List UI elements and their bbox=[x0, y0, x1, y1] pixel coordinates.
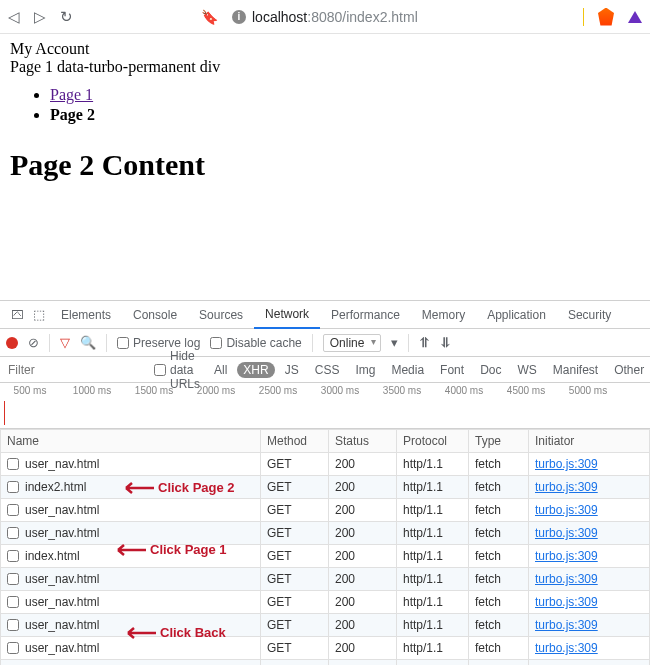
row-checkbox[interactable] bbox=[7, 550, 19, 562]
initiator-link[interactable]: turbo.js:309 bbox=[535, 526, 598, 540]
tab-sources[interactable]: Sources bbox=[188, 301, 254, 329]
initiator-link[interactable]: turbo.js:309 bbox=[535, 595, 598, 609]
cell-protocol: http/1.1 bbox=[397, 545, 469, 568]
filter-type-font[interactable]: Font bbox=[434, 362, 470, 378]
inspect-icon[interactable]: ⮹ bbox=[6, 307, 28, 322]
device-mode-icon[interactable]: ⬚ bbox=[28, 307, 50, 322]
column-initiator[interactable]: Initiator bbox=[529, 430, 650, 453]
cell-method: GET bbox=[261, 499, 329, 522]
throttling-arrow-icon[interactable]: ▾ bbox=[391, 335, 398, 350]
cell-protocol: http/1.1 bbox=[397, 637, 469, 660]
extension-icon[interactable] bbox=[628, 11, 642, 23]
tab-console[interactable]: Console bbox=[122, 301, 188, 329]
filter-type-all[interactable]: All bbox=[208, 362, 233, 378]
table-row[interactable]: user_nav.htmlGET200http/1.1fetchturbo.js… bbox=[1, 568, 650, 591]
cell-status: 200 bbox=[329, 499, 397, 522]
request-name: user_nav.html bbox=[25, 618, 99, 632]
disable-cache-checkbox[interactable]: Disable cache bbox=[210, 336, 301, 350]
divider bbox=[408, 334, 409, 352]
cell-status: 200 bbox=[329, 568, 397, 591]
initiator-link[interactable]: turbo.js:309 bbox=[535, 641, 598, 655]
filter-type-xhr[interactable]: XHR bbox=[237, 362, 274, 378]
filter-type-media[interactable]: Media bbox=[385, 362, 430, 378]
table-row[interactable]: user_nav.htmlGET200http/1.1fetchturbo.js… bbox=[1, 499, 650, 522]
filter-input[interactable] bbox=[6, 362, 146, 378]
timeline-tick: 1500 ms bbox=[135, 385, 173, 396]
import-har-icon[interactable]: ⥣ bbox=[419, 335, 430, 350]
network-filter-bar: Hide data URLs AllXHRJSCSSImgMediaFontDo… bbox=[0, 357, 650, 383]
initiator-link[interactable]: turbo.js:309 bbox=[535, 572, 598, 586]
reload-icon[interactable]: ↻ bbox=[60, 8, 73, 26]
request-name: index.html bbox=[25, 549, 80, 563]
cell-type: fetch bbox=[469, 476, 529, 499]
cell-method: GET bbox=[261, 637, 329, 660]
request-name: user_nav.html bbox=[25, 595, 99, 609]
throttling-select[interactable]: Online bbox=[323, 334, 382, 352]
tab-elements[interactable]: Elements bbox=[50, 301, 122, 329]
network-table: NameMethodStatusProtocolTypeInitiator us… bbox=[0, 429, 650, 665]
clear-icon[interactable]: ⊘ bbox=[28, 335, 39, 350]
cell-status: 200 bbox=[329, 453, 397, 476]
table-row[interactable]: index2.htmlGET200http/1.1fetchturbo.js:3… bbox=[1, 476, 650, 499]
timeline-tick: 2000 ms bbox=[197, 385, 235, 396]
table-row[interactable]: user_nav.htmlGET200http/1.1fetchturbo.js… bbox=[1, 637, 650, 660]
row-checkbox[interactable] bbox=[7, 481, 19, 493]
timeline-tick: 3000 ms bbox=[321, 385, 359, 396]
row-checkbox[interactable] bbox=[7, 527, 19, 539]
bookmark-icon[interactable]: 🔖 bbox=[201, 9, 218, 25]
row-checkbox[interactable] bbox=[7, 573, 19, 585]
tab-security[interactable]: Security bbox=[557, 301, 622, 329]
filter-type-manifest[interactable]: Manifest bbox=[547, 362, 604, 378]
column-protocol[interactable]: Protocol bbox=[397, 430, 469, 453]
cell-type: fetch bbox=[469, 568, 529, 591]
cell-method: GET bbox=[261, 522, 329, 545]
filter-type-ws[interactable]: WS bbox=[511, 362, 542, 378]
request-name: user_nav.html bbox=[25, 572, 99, 586]
filter-type-doc[interactable]: Doc bbox=[474, 362, 507, 378]
brave-shield-icon[interactable] bbox=[598, 8, 614, 26]
row-checkbox[interactable] bbox=[7, 504, 19, 516]
table-row[interactable]: user_nav.htmlGET200http/1.1fetchturbo.js… bbox=[1, 660, 650, 666]
row-checkbox[interactable] bbox=[7, 642, 19, 654]
network-timeline[interactable]: 500 ms1000 ms1500 ms2000 ms2500 ms3000 m… bbox=[0, 383, 650, 429]
link-page-1[interactable]: Page 1 bbox=[50, 86, 93, 103]
cell-protocol: http/1.1 bbox=[397, 568, 469, 591]
initiator-link[interactable]: turbo.js:309 bbox=[535, 457, 598, 471]
table-row[interactable]: user_nav.htmlGET200http/1.1fetchturbo.js… bbox=[1, 453, 650, 476]
forward-icon[interactable]: ▷ bbox=[34, 8, 46, 26]
column-status[interactable]: Status bbox=[329, 430, 397, 453]
tab-application[interactable]: Application bbox=[476, 301, 557, 329]
table-row[interactable]: user_nav.htmlGET200http/1.1fetchturbo.js… bbox=[1, 522, 650, 545]
divider bbox=[106, 334, 107, 352]
filter-toggle-icon[interactable]: ▽ bbox=[60, 335, 70, 350]
search-icon[interactable]: 🔍 bbox=[80, 335, 96, 350]
table-row[interactable]: user_nav.htmlGET200http/1.1fetchturbo.js… bbox=[1, 614, 650, 637]
site-info-icon[interactable]: i bbox=[232, 10, 246, 24]
initiator-link[interactable]: turbo.js:309 bbox=[535, 549, 598, 563]
column-type[interactable]: Type bbox=[469, 430, 529, 453]
row-checkbox[interactable] bbox=[7, 619, 19, 631]
filter-type-other[interactable]: Other bbox=[608, 362, 650, 378]
filter-type-img[interactable]: Img bbox=[349, 362, 381, 378]
row-checkbox[interactable] bbox=[7, 596, 19, 608]
table-row[interactable]: index.htmlGET200http/1.1fetchturbo.js:30… bbox=[1, 545, 650, 568]
cell-method: GET bbox=[261, 660, 329, 666]
table-row[interactable]: user_nav.htmlGET200http/1.1fetchturbo.js… bbox=[1, 591, 650, 614]
filter-type-js[interactable]: JS bbox=[279, 362, 305, 378]
tab-network[interactable]: Network bbox=[254, 301, 320, 329]
filter-type-css[interactable]: CSS bbox=[309, 362, 346, 378]
export-har-icon[interactable]: ⥥ bbox=[440, 335, 451, 350]
initiator-link[interactable]: turbo.js:309 bbox=[535, 503, 598, 517]
column-name[interactable]: Name bbox=[1, 430, 261, 453]
column-method[interactable]: Method bbox=[261, 430, 329, 453]
tab-memory[interactable]: Memory bbox=[411, 301, 476, 329]
back-icon[interactable]: ◁ bbox=[8, 8, 20, 26]
row-checkbox[interactable] bbox=[7, 458, 19, 470]
initiator-link[interactable]: turbo.js:309 bbox=[535, 618, 598, 632]
preserve-log-checkbox[interactable]: Preserve log bbox=[117, 336, 200, 350]
record-icon[interactable] bbox=[6, 337, 18, 349]
timeline-tick: 3500 ms bbox=[383, 385, 421, 396]
tab-performance[interactable]: Performance bbox=[320, 301, 411, 329]
initiator-link[interactable]: turbo.js:309 bbox=[535, 480, 598, 494]
address-bar[interactable]: i localhost:8080/index2.html bbox=[232, 9, 418, 25]
